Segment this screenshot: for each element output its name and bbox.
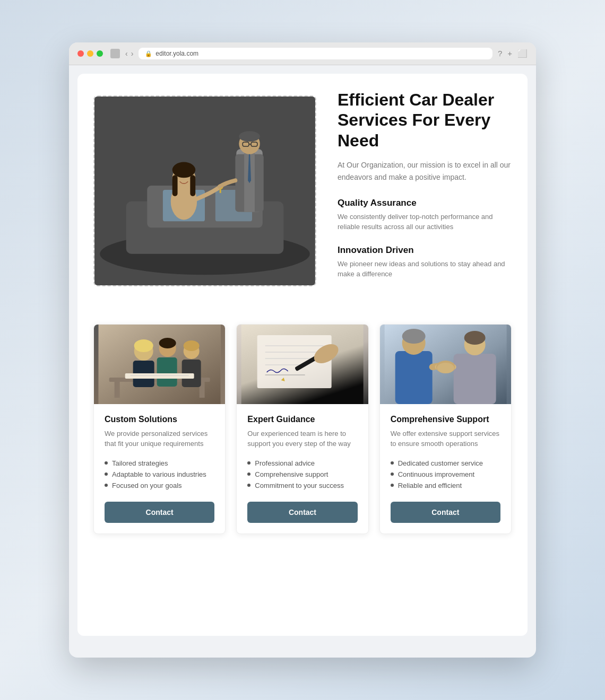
feature-quality-title: Quality Assurance [338, 198, 512, 208]
lock-icon: 🔒 [145, 50, 152, 57]
list-item: Professional advice [247, 458, 357, 469]
help-icon[interactable]: ? [498, 49, 502, 58]
svg-rect-32 [157, 357, 177, 387]
list-item: Comprehensive support [247, 469, 357, 480]
svg-rect-25 [115, 382, 120, 398]
card-1-desc: We provide personalized services that fi… [105, 428, 214, 449]
list-item: Commitment to your success [247, 480, 357, 491]
list-item: Continuous improvement [391, 469, 500, 480]
forward-button[interactable]: › [131, 49, 134, 58]
bullet-icon [105, 461, 108, 465]
back-button[interactable]: ‹ [125, 49, 128, 58]
bullet-icon [247, 461, 250, 465]
bullet-icon [247, 472, 250, 476]
hero-image [94, 97, 315, 285]
url-text: editor.yola.com [155, 50, 198, 57]
card-2-title: Expert Guidance [247, 415, 357, 424]
card-3-list: Dedicated customer service Continuous im… [391, 458, 500, 491]
svg-rect-9 [172, 175, 178, 196]
svg-point-31 [159, 338, 176, 348]
browser-chrome: ‹ › 🔒 editor.yola.com ? + ⬜ [69, 42, 536, 65]
card-comprehensive-support: Comprehensive Support We offer extensive… [379, 324, 512, 534]
sidebar-icon[interactable] [110, 49, 120, 58]
hero-title: Efficient Car Dealer Services For Every … [338, 90, 512, 151]
bullet-icon [105, 484, 108, 487]
svg-point-55 [464, 331, 485, 345]
card-3-desc: We offer extensive support services to e… [391, 428, 500, 449]
card-1-contact-button[interactable]: Contact [105, 502, 214, 523]
bullet-icon [105, 472, 108, 476]
list-item: Tailored strategies [105, 458, 214, 469]
card-2-body: Expert Guidance Our experienced team is … [237, 404, 368, 533]
maximize-button[interactable] [97, 50, 103, 57]
svg-rect-10 [190, 175, 195, 196]
feature-innovation: Innovation Driven We pioneer new ideas a… [338, 245, 512, 279]
minimize-button[interactable] [87, 50, 93, 57]
hero-subtitle: At Our Organization, our mission is to e… [338, 159, 512, 183]
svg-point-52 [402, 329, 425, 344]
bullet-icon [391, 472, 394, 476]
cards-section: Custom Solutions We provide personalized… [93, 324, 512, 534]
nav-arrows: ‹ › [125, 49, 133, 58]
browser-content: Efficient Car Dealer Services For Every … [77, 74, 528, 636]
hero-section: Efficient Car Dealer Services For Every … [93, 90, 512, 292]
bullet-icon [391, 484, 394, 487]
traffic-lights [77, 50, 103, 57]
card-custom-solutions: Custom Solutions We provide personalized… [93, 324, 226, 534]
list-item: Reliable and efficient [391, 480, 500, 491]
card-1-title: Custom Solutions [105, 415, 214, 424]
hero-image-container [93, 95, 316, 286]
bullet-icon [247, 484, 250, 487]
svg-point-34 [184, 340, 200, 351]
browser-window: ‹ › 🔒 editor.yola.com ? + ⬜ [69, 42, 536, 658]
bullet-icon [391, 461, 394, 465]
card-image-2 [237, 325, 368, 404]
svg-point-28 [134, 339, 153, 352]
list-item: Adaptable to various industries [105, 469, 214, 480]
list-item: Dedicated customer service [391, 458, 500, 469]
browser-actions: ? + ⬜ [498, 49, 528, 58]
card-image-1 [94, 325, 225, 404]
svg-rect-50 [395, 351, 432, 404]
feature-quality: Quality Assurance We consistently delive… [338, 198, 512, 232]
feature-innovation-desc: We pioneer new ideas and solutions to st… [338, 259, 512, 279]
card-image-3 [380, 325, 511, 404]
svg-point-18 [239, 131, 260, 142]
card-1-body: Custom Solutions We provide personalized… [94, 404, 225, 533]
card-3-title: Comprehensive Support [391, 415, 500, 424]
card-expert-guidance: Expert Guidance Our experienced team is … [236, 324, 368, 534]
share-icon[interactable]: ⬜ [517, 49, 528, 58]
add-tab-icon[interactable]: + [507, 49, 512, 58]
svg-point-57 [437, 363, 454, 373]
feature-quality-desc: We consistently deliver top-notch perfor… [338, 212, 512, 232]
card-2-list: Professional advice Comprehensive suppor… [247, 458, 357, 491]
svg-rect-36 [125, 373, 194, 379]
feature-innovation-title: Innovation Driven [338, 245, 512, 256]
card-2-contact-button[interactable]: Contact [247, 502, 357, 523]
card-3-contact-button[interactable]: Contact [391, 502, 500, 523]
close-button[interactable] [77, 50, 84, 57]
card-3-body: Comprehensive Support We offer extensive… [380, 404, 511, 533]
hero-text: Efficient Car Dealer Services For Every … [338, 90, 512, 292]
list-item: Focused on your goals [105, 480, 214, 491]
svg-rect-53 [453, 354, 496, 404]
card-1-list: Tailored strategies Adaptable to various… [105, 458, 214, 491]
address-bar[interactable]: 🔒 editor.yola.com [139, 48, 492, 59]
card-2-desc: Our experienced team is here to support … [247, 428, 357, 449]
